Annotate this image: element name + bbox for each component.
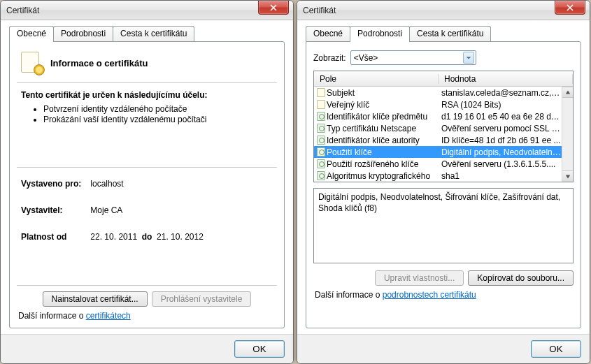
issuer-statement-button: Prohlášení vystavitele: [152, 291, 252, 307]
more-info-prefix: Další informace o: [315, 290, 383, 300]
purpose-block: Tento certifikát je určen k následujícím…: [17, 83, 277, 168]
extension-icon: [314, 112, 325, 122]
copy-to-file-button[interactable]: Kopírovat do souboru...: [468, 270, 574, 286]
valid-to-label: do: [142, 232, 152, 242]
window-title: Certifikát: [6, 6, 39, 15]
field-name: Typ certifikátu Netscape: [325, 124, 436, 133]
field-value: Ověření serveru (1.3.6.1.5.5....: [436, 159, 562, 169]
bottom-bar: OK: [297, 334, 590, 363]
details-grid[interactable]: Pole Hodnota Subjektstanislav.celeda@sez…: [313, 71, 574, 182]
extension-icon: [314, 124, 325, 133]
extension-icon: [314, 159, 325, 169]
table-row[interactable]: Identifikátor klíče předmětud1 19 16 01 …: [314, 110, 562, 122]
field-name: Použití klíče: [325, 147, 436, 157]
scrollbar[interactable]: [562, 87, 573, 182]
detail-value-box[interactable]: Digitální podpis, Neodvolatelnost, Šifro…: [313, 188, 574, 263]
more-info: Další informace o certifikátech: [17, 307, 277, 321]
certificate-dialog-details: Certifikát Obecné Podrobnosti Cesta k ce…: [297, 0, 590, 364]
grid-body: Subjektstanislav.celeda@seznam.cz, l...V…: [314, 87, 573, 182]
ok-button[interactable]: OK: [234, 340, 285, 358]
scroll-up-button[interactable]: [562, 87, 573, 98]
purpose-item: Prokázání vaší identity vzdálenému počít…: [43, 115, 273, 124]
field-value: d1 19 16 01 e5 40 ea 6e 28 d1...: [436, 112, 562, 122]
chevron-down-icon: [463, 52, 474, 64]
show-label: Zobrazit:: [313, 53, 346, 63]
tab-cert-path[interactable]: Cesta k certifikátu: [113, 26, 194, 41]
more-info-link[interactable]: certifikátech: [86, 311, 131, 321]
tab-general[interactable]: Obecné: [9, 26, 54, 42]
valid-from-value: 22. 10. 2011: [90, 232, 137, 242]
field-icon: [314, 88, 325, 98]
bottom-bar: OK: [1, 334, 293, 363]
table-row[interactable]: Subjektstanislav.celeda@seznam.cz, l...: [314, 87, 562, 99]
issuer-row: Vystavitel: Moje CA: [21, 205, 273, 215]
more-info: Další informace o podrobnostech certifik…: [313, 286, 574, 300]
filter-row: Zobrazit: <Vše>: [313, 49, 574, 71]
col-value-header[interactable]: Hodnota: [439, 74, 573, 84]
table-row[interactable]: Použití rozšířeného klíčeOvěření serveru…: [314, 158, 562, 170]
more-info-link[interactable]: podrobnostech certifikátu: [383, 290, 476, 300]
tab-strip: Obecné Podrobnosti Cesta k certifikátu: [297, 20, 590, 41]
field-name: Použití rozšířeného klíče: [325, 159, 436, 169]
install-certificate-button[interactable]: Nainstalovat certifikát...: [43, 291, 148, 307]
issued-to-row: Vystaveno pro: localhost: [21, 179, 273, 189]
purpose-item: Potvrzení identity vzdáleného počítače: [43, 104, 273, 114]
table-row[interactable]: Algoritmus kryptografickéhosha1: [314, 170, 562, 182]
field-name: Identifikátor klíče autority: [325, 136, 436, 145]
cert-action-row: Nainstalovat certifikát... Prohlášení vy…: [17, 286, 277, 307]
edit-properties-button: Upravit vlastnosti...: [375, 270, 464, 286]
close-icon: [567, 4, 574, 11]
field-name: Subjekt: [325, 88, 436, 98]
valid-to-value: 21. 10. 2012: [157, 232, 204, 242]
issued-to-label: Vystaveno pro:: [21, 179, 88, 189]
validity-row: Platnost od 22. 10. 2011 do 21. 10. 2012: [21, 232, 273, 242]
table-row[interactable]: Použití klíčeDigitální podpis, Neodvolat…: [314, 146, 562, 158]
field-name: Veřejný klíč: [325, 100, 436, 110]
purpose-list: Potvrzení identity vzdáleného počítače P…: [21, 104, 273, 124]
ok-button[interactable]: OK: [531, 340, 581, 358]
scroll-down-button[interactable]: [562, 170, 573, 182]
more-info-prefix: Další informace o: [18, 311, 86, 321]
close-button[interactable]: [555, 1, 585, 15]
issuer-label: Vystavitel:: [21, 205, 88, 215]
field-value: Digitální podpis, Neodvolatelno...: [436, 147, 562, 157]
field-name: Identifikátor klíče předmětu: [325, 112, 436, 122]
cert-info-title: Informace o certifikátu: [50, 58, 148, 68]
show-select-value: <Vše>: [354, 53, 463, 63]
valid-from-label: Platnost od: [21, 232, 88, 242]
table-row[interactable]: Identifikátor klíče autorityID klíče=48 …: [314, 134, 562, 146]
show-select[interactable]: <Vše>: [350, 50, 476, 65]
certificate-dialog-general: Certifikát Obecné Podrobnosti Cesta k ce…: [0, 0, 294, 364]
tab-details[interactable]: Podrobnosti: [350, 26, 410, 42]
issuer-value: Moje CA: [90, 205, 122, 215]
table-row[interactable]: Veřejný klíčRSA (1024 Bits): [314, 99, 562, 110]
extension-icon: [314, 147, 325, 157]
info-block: Vystaveno pro: localhost Vystavitel: Moj…: [17, 168, 277, 286]
tab-body-details: Zobrazit: <Vše> Pole Hodnota Subjektstan…: [306, 41, 581, 328]
extension-icon: [314, 136, 325, 145]
window-title: Certifikát: [303, 6, 336, 15]
certificate-icon: [21, 52, 43, 74]
field-icon: [314, 100, 325, 110]
col-field-header[interactable]: Pole: [314, 74, 439, 84]
tab-cert-path[interactable]: Cesta k certifikátu: [409, 26, 491, 41]
tab-body-general: Informace o certifikátu Tento certifikát…: [9, 41, 285, 328]
close-button[interactable]: [258, 1, 289, 15]
tab-details[interactable]: Podrobnosti: [53, 26, 113, 41]
extension-icon: [314, 171, 325, 181]
tab-general[interactable]: Obecné: [306, 26, 350, 41]
grid-header[interactable]: Pole Hodnota: [314, 71, 573, 87]
field-name: Algoritmus kryptografického: [325, 171, 436, 181]
content-area: Obecné Podrobnosti Cesta k certifikátu I…: [1, 20, 293, 334]
table-row[interactable]: Typ certifikátu NetscapeOvěření serveru …: [314, 122, 562, 134]
field-value: RSA (1024 Bits): [436, 100, 562, 110]
content-area: Obecné Podrobnosti Cesta k certifikátu Z…: [297, 20, 590, 334]
titlebar[interactable]: Certifikát: [297, 1, 590, 20]
close-icon: [270, 4, 277, 11]
titlebar[interactable]: Certifikát: [1, 1, 293, 20]
details-action-row: Upravit vlastnosti... Kopírovat do soubo…: [313, 263, 574, 286]
field-value: sha1: [436, 171, 562, 181]
field-value: Ověření serveru pomocí SSL (40): [436, 124, 562, 133]
field-value: ID klíče=48 1d df 2b d6 91 ee ...: [436, 136, 562, 145]
cert-header: Informace o certifikátu: [17, 49, 277, 83]
